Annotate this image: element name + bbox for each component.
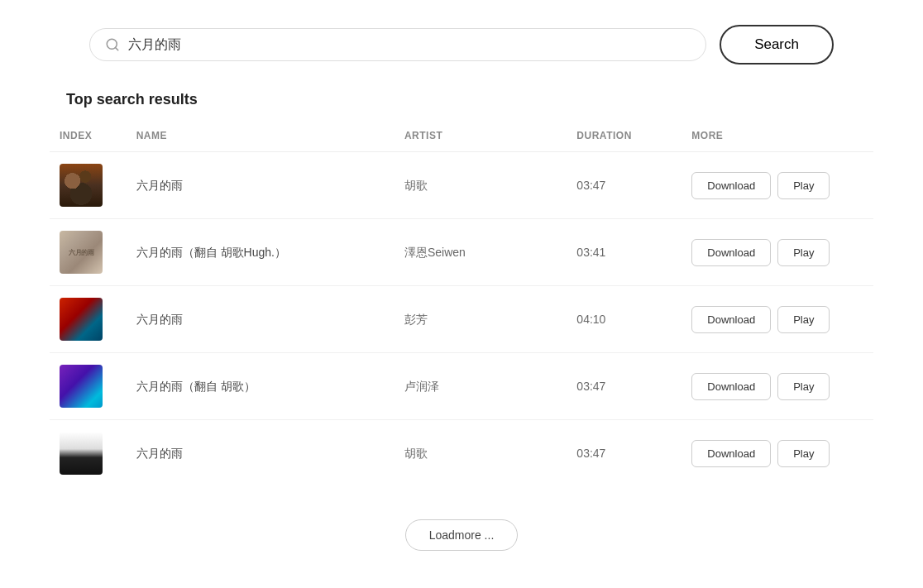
play-button[interactable]: Play — [777, 172, 830, 199]
cell-artist: 胡歌 — [395, 152, 567, 219]
loadmore-button[interactable]: Loadmore ... — [405, 519, 519, 551]
duration-text: 03:47 — [576, 179, 605, 192]
col-header-more: MORE — [681, 123, 873, 152]
artist-name: 胡歌 — [404, 447, 428, 460]
cell-duration: 04:10 — [567, 286, 681, 353]
download-button[interactable]: Download — [691, 373, 771, 400]
search-icon — [105, 37, 120, 52]
table-row: 六月的雨（翻自 胡歌）卢润泽03:47DownloadPlay — [50, 353, 873, 420]
song-name: 六月的雨（翻自 胡歌Hugh.） — [136, 246, 286, 259]
play-button[interactable]: Play — [777, 306, 830, 333]
play-button[interactable]: Play — [777, 440, 830, 467]
play-button[interactable]: Play — [777, 373, 830, 400]
duration-text: 03:47 — [576, 380, 605, 393]
cell-duration: 03:47 — [567, 353, 681, 420]
song-name: 六月的雨 — [136, 447, 183, 460]
cell-artist: 胡歌 — [395, 420, 567, 487]
song-thumbnail — [60, 298, 103, 341]
cell-name: 六月的雨（翻自 胡歌Hugh.） — [127, 219, 395, 286]
duration-text: 03:41 — [576, 246, 605, 259]
artist-name: 胡歌 — [404, 179, 428, 192]
section-title: Top search results — [66, 91, 873, 108]
song-name: 六月的雨 — [136, 179, 183, 192]
results-table: INDEX NAME ARTIST DURATION MORE 六月的雨胡歌03… — [50, 123, 873, 486]
table-row: 六月的雨胡歌03:47DownloadPlay — [50, 152, 873, 219]
duration-text: 03:47 — [576, 447, 605, 460]
action-buttons: DownloadPlay — [691, 440, 863, 467]
action-buttons: DownloadPlay — [691, 239, 863, 266]
cell-thumbnail — [50, 286, 127, 353]
cell-artist: 澤恩Seiwen — [395, 219, 567, 286]
cell-actions: DownloadPlay — [681, 420, 873, 487]
play-button[interactable]: Play — [777, 239, 830, 266]
table-row: 六月的雨彭芳04:10DownloadPlay — [50, 286, 873, 353]
search-input[interactable] — [128, 37, 691, 52]
cell-name: 六月的雨 — [127, 152, 395, 219]
search-input-wrapper — [89, 28, 706, 61]
cell-actions: DownloadPlay — [681, 353, 873, 420]
table-row: 六月的雨六月的雨（翻自 胡歌Hugh.）澤恩Seiwen03:41Downloa… — [50, 219, 873, 286]
cell-duration: 03:47 — [567, 420, 681, 487]
cell-artist: 彭芳 — [395, 286, 567, 353]
cell-artist: 卢润泽 — [395, 353, 567, 420]
song-thumbnail — [60, 164, 103, 207]
search-button[interactable]: Search — [720, 25, 834, 65]
cell-name: 六月的雨（翻自 胡歌） — [127, 353, 395, 420]
download-button[interactable]: Download — [691, 172, 771, 199]
cell-thumbnail — [50, 353, 127, 420]
download-button[interactable]: Download — [691, 440, 771, 467]
action-buttons: DownloadPlay — [691, 373, 863, 400]
col-header-name: NAME — [127, 123, 395, 152]
song-thumbnail — [60, 432, 103, 475]
col-header-artist: ARTIST — [395, 123, 567, 152]
download-button[interactable]: Download — [691, 239, 771, 266]
action-buttons: DownloadPlay — [691, 172, 863, 199]
table-row: 六月的雨胡歌03:47DownloadPlay — [50, 420, 873, 487]
download-button[interactable]: Download — [691, 306, 771, 333]
col-header-duration: DURATION — [567, 123, 681, 152]
col-header-index: INDEX — [50, 123, 127, 152]
table-header-row: INDEX NAME ARTIST DURATION MORE — [50, 123, 873, 152]
action-buttons: DownloadPlay — [691, 306, 863, 333]
page-wrapper: Search Top search results INDEX NAME ART… — [0, 0, 923, 576]
cell-thumbnail: 六月的雨 — [50, 219, 127, 286]
svg-line-1 — [115, 47, 117, 50]
cell-thumbnail — [50, 420, 127, 487]
cell-duration: 03:47 — [567, 152, 681, 219]
artist-name: 彭芳 — [404, 313, 428, 326]
cell-actions: DownloadPlay — [681, 152, 873, 219]
duration-text: 04:10 — [576, 313, 605, 326]
artist-name: 卢润泽 — [404, 380, 439, 393]
song-name: 六月的雨（翻自 胡歌） — [136, 380, 256, 393]
cell-actions: DownloadPlay — [681, 219, 873, 286]
song-name: 六月的雨 — [136, 313, 183, 326]
cell-name: 六月的雨 — [127, 286, 395, 353]
cell-thumbnail — [50, 152, 127, 219]
song-thumbnail: 六月的雨 — [60, 231, 103, 274]
song-thumbnail — [60, 365, 103, 408]
loadmore-container: Loadmore ... — [50, 519, 873, 551]
cell-actions: DownloadPlay — [681, 286, 873, 353]
cell-duration: 03:41 — [567, 219, 681, 286]
search-bar-container: Search — [89, 25, 834, 65]
cell-name: 六月的雨 — [127, 420, 395, 487]
artist-name: 澤恩Seiwen — [404, 246, 466, 259]
